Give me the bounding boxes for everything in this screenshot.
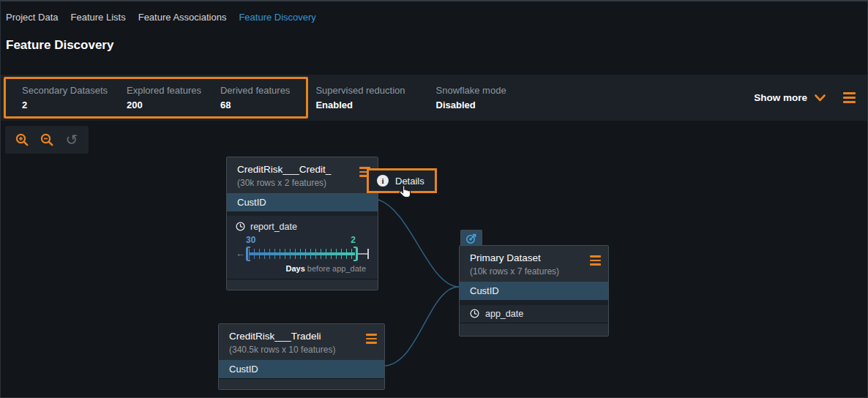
- dataset-relationship-lines: [1, 1, 868, 398]
- node-menu-icon[interactable]: [366, 334, 377, 355]
- node-header: CreditRisk___Credit_ (30k rows x 2 featu…: [227, 157, 378, 193]
- clock-icon: [236, 222, 245, 231]
- hand-pointer-icon: [398, 184, 414, 200]
- slider-caption: Days before app_date: [236, 264, 366, 273]
- node-menu-icon[interactable]: [590, 255, 601, 277]
- arrow-left-icon: ←: [236, 249, 246, 258]
- dataset-title: CreditRisk___Tradeli: [229, 331, 335, 343]
- slider-start-handle[interactable]: [246, 247, 250, 261]
- slider-unit: Days: [286, 264, 305, 273]
- join-key-row[interactable]: CustID: [219, 360, 384, 378]
- info-icon: i: [377, 175, 389, 187]
- node-footer: [219, 378, 384, 389]
- dataset-node-tradeline[interactable]: CreditRisk___Tradeli (340.5k rows x 10 f…: [218, 323, 385, 390]
- clock-icon: [470, 309, 479, 318]
- slider-tail: [358, 246, 369, 262]
- dataset-title: Primary Dataset: [470, 252, 559, 265]
- dataset-node-primary[interactable]: Primary Dataset (10k rows x 7 features) …: [459, 245, 609, 337]
- dataset-dimensions: (340.5k rows x 10 features): [229, 345, 335, 355]
- target-icon: [465, 233, 477, 244]
- slider-unit-suffix: before app_date: [305, 264, 366, 273]
- date-feature-name: app_date: [485, 309, 523, 319]
- slider-end-handle[interactable]: [353, 247, 358, 261]
- node-header: CreditRisk___Tradeli (340.5k rows x 10 f…: [219, 324, 384, 360]
- time-window-slider[interactable]: ←: [236, 246, 369, 262]
- slider-bar: [249, 252, 355, 255]
- join-key-row[interactable]: CustID: [227, 193, 378, 211]
- dataset-title: CreditRisk___Credit_: [237, 164, 331, 176]
- join-key-row[interactable]: CustID: [460, 282, 608, 300]
- time-window-section: report_date 30 2 ← Days before app_date: [227, 216, 378, 279]
- node-footer: [460, 323, 608, 336]
- time-feature-name: report_date: [250, 222, 297, 232]
- link-credit-to-primary: [378, 200, 459, 287]
- mouse-cursor: [398, 184, 414, 203]
- window-start-value: 30: [246, 235, 255, 245]
- feature-discovery-screen: Project Data Feature Lists Feature Assoc…: [0, 0, 868, 398]
- slider-track[interactable]: [246, 246, 358, 262]
- link-tradeline-to-primary: [385, 287, 459, 366]
- node-header: Primary Dataset (10k rows x 7 features): [460, 246, 608, 282]
- node-footer: [227, 279, 378, 290]
- dataset-dimensions: (10k rows x 7 features): [470, 266, 559, 277]
- primary-dataset-badge: [460, 230, 482, 246]
- dataset-node-credit[interactable]: CreditRisk___Credit_ (30k rows x 2 featu…: [226, 157, 378, 290]
- dataset-dimensions: (30k rows x 2 features): [237, 178, 331, 188]
- window-end-value: 2: [351, 235, 356, 245]
- date-feature-row[interactable]: app_date: [460, 305, 608, 323]
